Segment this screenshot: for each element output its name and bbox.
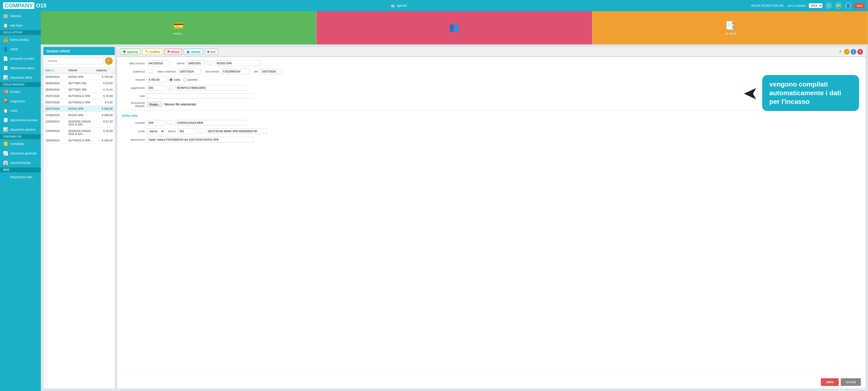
- table-row[interactable]: 19/09/2018 AUTONOLO SPA € 200,40: [43, 137, 115, 144]
- section-ciclo-attivo: CICLO ATTIVO: [0, 30, 41, 35]
- notification-btn[interactable]: 🔔: [835, 2, 842, 9]
- acconto-radio[interactable]: [183, 78, 187, 81]
- sfoglia-btn[interactable]: Sfoglia...: [147, 102, 162, 107]
- data-incasso-input[interactable]: [147, 60, 170, 66]
- documento-input[interactable]: [221, 69, 249, 74]
- tile-incassi[interactable]: 💳 incass...: [41, 11, 316, 45]
- sidebar-item-azienda[interactable]: 🏢 azienda: [0, 11, 41, 21]
- scadenza-lookup-btn[interactable]: …: [147, 69, 153, 74]
- saldo-radio-label[interactable]: saldo: [169, 78, 180, 81]
- table-row[interactable]: 25/07/2018 ROSSI SPA € 492,50: [43, 106, 115, 112]
- modifica-btn[interactable]: ✏️ modifica: [142, 49, 163, 55]
- cliente-code-input[interactable]: [187, 60, 205, 66]
- pagamento-name-input[interactable]: [175, 85, 247, 91]
- anno-label: anno contabile: [787, 4, 806, 7]
- agenda-area: 🗓️ agenda: [391, 4, 407, 7]
- help-icon-btn[interactable]: ?: [826, 2, 832, 9]
- cliente-lookup-btn[interactable]: …: [207, 61, 213, 65]
- acconto-radio-label[interactable]: acconto: [183, 78, 197, 81]
- sidebar-label-dati-base: dati base: [10, 24, 23, 27]
- cliente-name-input[interactable]: [215, 60, 261, 66]
- integrazioni-icon: 🌐: [3, 174, 8, 179]
- logo-area: COMPANY O15: [3, 2, 46, 9]
- save-button[interactable]: salva: [821, 378, 839, 386]
- col-data: data: [43, 67, 66, 73]
- user-btn[interactable]: 👤: [845, 2, 851, 9]
- td-client: AUTONOLO SPA: [66, 93, 94, 99]
- saldo-radio[interactable]: [169, 78, 173, 81]
- conto-type-select[interactable]: banca: [147, 128, 165, 134]
- table-row[interactable]: 26/06/2018 SETTIMO SRL -€ 26,84: [43, 86, 115, 93]
- table-body: 26/06/2018 ROSSI SPA € 750,00 26/06/2018…: [43, 74, 115, 388]
- descrizione-input[interactable]: [147, 137, 254, 142]
- sidebar-item-listino[interactable]: 💰 listino vendita: [0, 35, 41, 45]
- form-close-btn[interactable]: ✕: [857, 49, 863, 55]
- sidebar-item-fornitori[interactable]: 🏭 fornitori: [0, 87, 41, 96]
- banca-lookup-btn[interactable]: …: [197, 129, 204, 134]
- note-input[interactable]: [147, 93, 254, 99]
- table-row[interactable]: 26/06/2018 ROSSI SPA € 750,00: [43, 74, 115, 80]
- banca-code-input[interactable]: [178, 129, 195, 134]
- azienda-icon: 🏢: [3, 13, 8, 18]
- sidebar-item-situazione-attiva[interactable]: 📊 situazione attiva: [0, 73, 41, 82]
- importo-input[interactable]: [147, 77, 167, 82]
- conto-label: conto: [122, 130, 145, 133]
- table-row[interactable]: 25/07/2018 AUTONOLO SPA € 10,00: [43, 93, 115, 99]
- sidebar-item-fatturazione-attiva[interactable]: 🧾 fatturazione attiva: [0, 63, 41, 73]
- table-row[interactable]: 23/08/2018 AGENZIA VIAGGI ISOL A SRL € 3…: [43, 128, 115, 137]
- sidebar-item-situazione-gen[interactable]: 📈 situazione generale: [0, 148, 41, 158]
- aggiungi-btn[interactable]: ➕ aggiungi: [120, 49, 141, 55]
- td-date: 22/08/2018: [43, 112, 66, 118]
- form-min-btn[interactable]: –: [844, 49, 850, 55]
- sidebar-item-ordini[interactable]: 📋 ordini: [0, 106, 41, 115]
- tile-documenti[interactable]: 📑 ...to clienti: [592, 11, 868, 45]
- del-input[interactable]: [260, 69, 283, 74]
- causale-code-input[interactable]: [147, 120, 165, 125]
- elimina-btn[interactable]: ✖ elimina: [164, 49, 182, 55]
- table-row[interactable]: 25/07/2018 AUTONOLO SPA € 6,00: [43, 99, 115, 106]
- esci-btn[interactable]: ▶ esci: [205, 49, 219, 55]
- commercialista-icon: 👔: [3, 160, 8, 165]
- td-client: SETTIMO SRL: [66, 80, 94, 86]
- causale-name-input[interactable]: [175, 120, 247, 125]
- scadenza-label: scadenza: [122, 70, 145, 73]
- sidebar-item-dati-base[interactable]: 📋 dati base: [0, 21, 41, 30]
- sidebar-item-fatturazione-passiva[interactable]: 🧾 fatturazione passiva: [0, 115, 41, 125]
- sidebar-label-integrazioni: integrazioni web: [10, 175, 32, 179]
- sidebar-item-magazzino[interactable]: 📦 magazzino: [0, 96, 41, 106]
- td-amount: -€ 26,84: [94, 86, 115, 93]
- form-max-btn[interactable]: i: [851, 49, 856, 55]
- data-scadenza-input[interactable]: [178, 69, 201, 74]
- causale-lookup-btn[interactable]: …: [167, 120, 173, 125]
- form-help-btn[interactable]: ?: [837, 49, 843, 55]
- sidebar-label-fatturazione-passiva: fatturazione passiva: [10, 118, 37, 122]
- sidebar-item-contabilita[interactable]: 📒 contabilita': [0, 139, 41, 148]
- table-row[interactable]: 22/08/2018 ROSSI SPA € 368,00: [43, 112, 115, 118]
- table-row[interactable]: 26/06/2018 SETTIMO SRL € 53,68: [43, 80, 115, 86]
- exit-btn[interactable]: esci: [855, 3, 865, 8]
- listino-icon: 💰: [3, 37, 8, 42]
- tile-incassi-icon: 💳: [174, 21, 184, 30]
- sidebar-item-clienti[interactable]: 👤 clienti: [0, 45, 41, 54]
- td-date: 25/07/2018: [43, 106, 66, 112]
- cancel-button[interactable]: annulla: [841, 378, 861, 386]
- pagamento-lookup-btn[interactable]: …: [167, 85, 173, 90]
- sidebar-label-azienda: azienda: [10, 14, 21, 18]
- search-input[interactable]: [45, 58, 103, 64]
- descrizione-label: descrizione: [122, 138, 145, 141]
- year-select[interactable]: 201820172016: [809, 3, 823, 8]
- banca-name-input[interactable]: [206, 129, 267, 134]
- pagamento-code-input[interactable]: [147, 85, 165, 91]
- row-data-incasso: data incasso cliente …: [122, 60, 861, 66]
- search-button[interactable]: 🔍: [105, 57, 113, 65]
- sidebar-item-integrazioni[interactable]: 🌐 integrazioni web: [0, 172, 41, 182]
- table-row[interactable]: 23/08/2018 AGENZIA VIAGGI ISOL A SRL € 6…: [43, 118, 115, 128]
- tile-clienti[interactable]: 👥: [316, 11, 592, 45]
- td-date: 23/08/2018: [43, 118, 66, 128]
- sidebar-item-situazione-passiva[interactable]: 📊 situazione passiva: [0, 125, 41, 134]
- agenda-icon: 🗓️: [391, 4, 395, 7]
- sidebar-item-commercialista[interactable]: 👔 commercialista: [0, 158, 41, 167]
- fornitori-icon: 🏭: [3, 89, 8, 94]
- stampa-btn[interactable]: 🖨️ stampa: [184, 49, 203, 55]
- sidebar-item-preventivi[interactable]: 📄 preventivi e ordini: [0, 54, 41, 63]
